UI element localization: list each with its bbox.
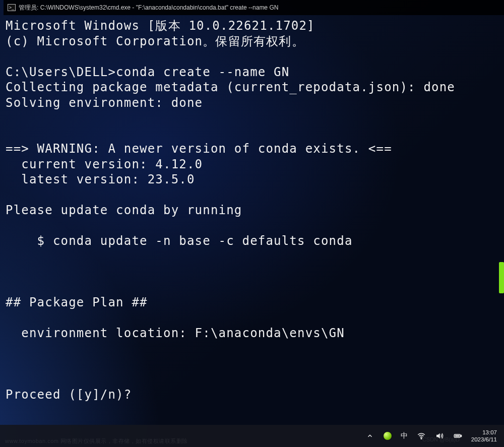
svg-rect-3	[461, 435, 462, 437]
cmd-window: >_ 管理员: C:\WINDOWS\system32\cmd.exe - "F…	[4, 0, 504, 428]
watermark-left: www.toymoban.com 网络图片仅供展示，非存储，如有侵权请联系删除	[5, 437, 188, 445]
window-title: 管理员: C:\WINDOWS\system32\cmd.exe - "F:\a…	[19, 4, 278, 12]
watermark-right: CSDN @B(a)D	[422, 436, 460, 442]
ime-indicator[interactable]: 中	[401, 431, 408, 440]
tray-overflow-icon[interactable]	[365, 431, 374, 440]
cmd-icon: >_	[8, 4, 16, 11]
terminal-output[interactable]: Microsoft Windows [版本 10.0.22621.1702] (…	[4, 15, 504, 403]
app-tray-icon[interactable]	[384, 432, 392, 440]
taskbar-clock[interactable]: 13:07 2023/6/11	[471, 429, 497, 443]
titlebar[interactable]: >_ 管理员: C:\WINDOWS\system32\cmd.exe - "F…	[4, 0, 504, 15]
clock-time: 13:07	[471, 429, 497, 436]
svg-point-0	[421, 438, 422, 439]
scrollbar-thumb[interactable]	[499, 262, 504, 293]
clock-date: 2023/6/11	[471, 436, 497, 443]
